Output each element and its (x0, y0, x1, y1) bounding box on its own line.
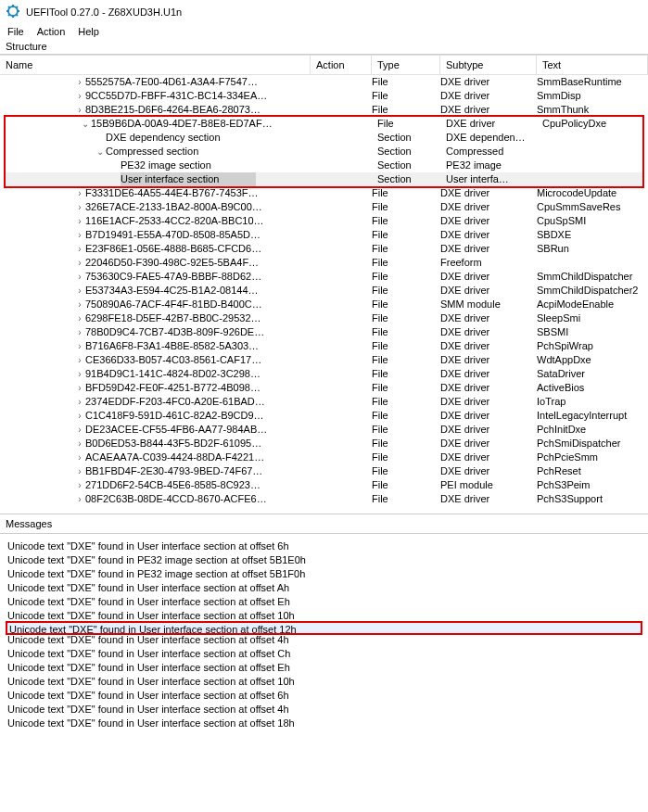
row-action (311, 214, 372, 228)
tree-body[interactable]: ›5552575A-7E00-4D61-A3A4-F7547…FileDXE d… (0, 75, 648, 506)
tree-row[interactable]: ›326E7ACE-2133-1BA2-800A-B9C00…FileDXE d… (0, 200, 648, 214)
tree-row[interactable]: ›6298FE18-D5EF-42B7-BB0C-29532…FileDXE d… (0, 311, 648, 325)
row-name: B7D19491-E55A-470D-8508-85A5D… (85, 228, 260, 242)
tree-row[interactable]: ⌄Compressed sectionSectionCompressed (6, 145, 642, 159)
message-line[interactable]: Unicode text "DXE" found in User interfa… (7, 689, 641, 703)
row-type: Section (377, 172, 446, 186)
tree-row[interactable]: ›2374EDDF-F203-4FC0-A20E-61BAD…FileDXE d… (0, 395, 648, 409)
message-line[interactable]: Unicode text "DXE" found in PE32 image s… (7, 567, 641, 581)
tree-row[interactable]: ›116E1ACF-2533-4CC2-820A-BBC10…FileDXE d… (0, 214, 648, 228)
chevron-right-icon[interactable]: › (74, 409, 85, 423)
chevron-right-icon[interactable]: › (74, 367, 85, 381)
tree-row[interactable]: ›BB1FBD4F-2E30-4793-9BED-74F67…FileDXE d… (0, 464, 648, 478)
row-subtype: DXE driver (446, 117, 542, 131)
row-type: File (372, 270, 440, 284)
col-action[interactable]: Action (311, 56, 372, 74)
tree-row[interactable]: ›B7D19491-E55A-470D-8508-85A5D…FileDXE d… (0, 228, 648, 242)
chevron-right-icon[interactable]: › (74, 214, 85, 228)
chevron-down-icon[interactable]: ⌄ (80, 117, 91, 131)
tree-row[interactable]: ›78B0D9C4-7CB7-4D3B-809F-926DE…FileDXE d… (0, 325, 648, 339)
tree-row[interactable]: ›E23F86E1-056E-4888-B685-CFCD6…FileDXE d… (0, 242, 648, 256)
tree-row[interactable]: ›22046D50-F390-498C-92E5-5BA4F…FileFreef… (0, 256, 648, 270)
row-name: 9CC55D7D-FBFF-431C-BC14-334EA… (85, 89, 267, 103)
message-line[interactable]: Unicode text "DXE" found in User interfa… (7, 539, 641, 553)
tree-row[interactable]: ›F3331DE6-4A55-44E4-B767-7453F…FileDXE d… (0, 186, 648, 200)
tree-row[interactable]: ›DE23ACEE-CF55-4FB6-AA77-984AB…FileDXE d… (0, 423, 648, 437)
chevron-right-icon[interactable]: › (74, 437, 85, 450)
chevron-right-icon[interactable]: › (74, 228, 85, 242)
tree-row[interactable]: ›E53734A3-E594-4C25-B1A2-08144…FileDXE d… (0, 284, 648, 298)
chevron-right-icon[interactable]: › (74, 492, 85, 506)
chevron-right-icon[interactable]: › (74, 200, 85, 214)
chevron-right-icon[interactable]: › (74, 450, 85, 464)
tree-row[interactable]: ⌄15B9B6DA-00A9-4DE7-B8E8-ED7AF…FileDXE d… (6, 117, 642, 131)
row-name: E23F86E1-056E-4888-B685-CFCD6… (85, 242, 261, 256)
chevron-right-icon[interactable]: › (74, 256, 85, 270)
tree-row[interactable]: ›91B4D9C1-141C-4824-8D02-3C298…FileDXE d… (0, 367, 648, 381)
chevron-right-icon[interactable]: › (74, 242, 85, 256)
tree-row[interactable]: DXE dependency sectionSectionDXE depende… (6, 131, 642, 145)
message-line[interactable]: Unicode text "DXE" found in User interfa… (7, 703, 641, 717)
tree-row[interactable]: ›08F2C63B-08DE-4CCD-8670-ACFE6…FileDXE d… (0, 492, 648, 506)
chevron-right-icon[interactable]: › (74, 270, 85, 284)
menu-help[interactable]: Help (78, 26, 99, 37)
chevron-right-icon[interactable]: › (74, 298, 85, 311)
row-subtype: DXE driver (440, 353, 537, 367)
message-line[interactable]: Unicode text "DXE" found in User interfa… (7, 717, 641, 730)
row-type: File (377, 117, 446, 131)
chevron-right-icon[interactable]: › (74, 75, 85, 89)
message-line[interactable]: Unicode text "DXE" found in User interfa… (7, 675, 641, 689)
row-name: 5552575A-7E00-4D61-A3A4-F7547… (85, 75, 258, 89)
row-action (311, 464, 372, 478)
row-text: SleepSmi (537, 311, 648, 325)
tree-row[interactable]: ›ACAEAA7A-C039-4424-88DA-F4221…FileDXE d… (0, 450, 648, 464)
chevron-right-icon[interactable]: › (74, 311, 85, 325)
chevron-right-icon[interactable]: › (74, 186, 85, 200)
chevron-right-icon[interactable]: › (74, 464, 85, 478)
message-line[interactable]: Unicode text "DXE" found in User interfa… (7, 633, 641, 647)
chevron-right-icon[interactable]: › (74, 395, 85, 409)
row-type: File (372, 409, 440, 423)
tree-row[interactable]: ›B716A6F8-F3A1-4B8E-8582-5A303…FileDXE d… (0, 339, 648, 353)
chevron-right-icon[interactable]: › (74, 423, 85, 437)
chevron-right-icon[interactable]: › (74, 325, 85, 339)
tree-row[interactable]: ›5552575A-7E00-4D61-A3A4-F7547…FileDXE d… (0, 75, 648, 89)
menu-file[interactable]: File (7, 26, 24, 37)
row-subtype: DXE driver (440, 464, 537, 478)
chevron-right-icon[interactable]: › (74, 478, 85, 492)
messages-panel[interactable]: Unicode text "DXE" found in User interfa… (0, 534, 648, 736)
tree-row[interactable]: ›9CC55D7D-FBFF-431C-BC14-334EA…FileDXE d… (0, 89, 648, 103)
tree-row[interactable]: ›B0D6ED53-B844-43F5-BD2F-61095…FileDXE d… (0, 437, 648, 450)
chevron-right-icon[interactable]: › (74, 339, 85, 353)
row-action (311, 270, 372, 284)
tree-row[interactable]: ›CE366D33-B057-4C03-8561-CAF17…FileDXE d… (0, 353, 648, 367)
row-name: B716A6F8-F3A1-4B8E-8582-5A303… (85, 339, 259, 353)
chevron-right-icon[interactable]: › (74, 381, 85, 395)
tree-row[interactable]: ›BFD59D42-FE0F-4251-B772-4B098…FileDXE d… (0, 381, 648, 395)
tree-row[interactable]: ›C1C418F9-591D-461C-82A2-B9CD9…FileDXE d… (0, 409, 648, 423)
chevron-right-icon[interactable]: › (74, 89, 85, 103)
col-subtype[interactable]: Subtype (440, 56, 537, 74)
tree-row[interactable]: PE32 image sectionSectionPE32 image (6, 159, 642, 172)
message-line[interactable]: Unicode text "DXE" found in User interfa… (7, 595, 641, 609)
col-type[interactable]: Type (372, 56, 440, 74)
chevron-right-icon[interactable]: › (74, 284, 85, 298)
row-action (316, 172, 377, 186)
chevron-down-icon[interactable]: ⌄ (95, 145, 106, 159)
tree-row[interactable]: ›8D3BE215-D6F6-4264-BEA6-28073…FileDXE d… (0, 103, 648, 117)
message-line[interactable]: Unicode text "DXE" found in User interfa… (7, 647, 641, 661)
tree-row[interactable]: ›753630C9-FAE5-47A9-BBBF-88D62…FileDXE d… (0, 270, 648, 284)
chevron-right-icon[interactable]: › (74, 103, 85, 117)
message-line[interactable]: Unicode text "DXE" found in User interfa… (7, 661, 641, 675)
message-line[interactable]: Unicode text "DXE" found in PE32 image s… (7, 553, 641, 567)
col-name[interactable]: Name (0, 56, 311, 74)
tree-row[interactable]: User interface sectionSectionUser interf… (6, 172, 642, 186)
menu-action[interactable]: Action (37, 26, 66, 37)
row-name: 2374EDDF-F203-4FC0-A20E-61BAD… (85, 395, 265, 409)
row-text: PchInitDxe (537, 423, 648, 437)
message-line[interactable]: Unicode text "DXE" found in User interfa… (7, 581, 641, 595)
tree-row[interactable]: ›271DD6F2-54CB-45E6-8585-8C923…FilePEI m… (0, 478, 648, 492)
tree-row[interactable]: ›750890A6-7ACF-4F4F-81BD-B400C…FileSMM m… (0, 298, 648, 311)
col-text[interactable]: Text (537, 56, 648, 74)
chevron-right-icon[interactable]: › (74, 353, 85, 367)
